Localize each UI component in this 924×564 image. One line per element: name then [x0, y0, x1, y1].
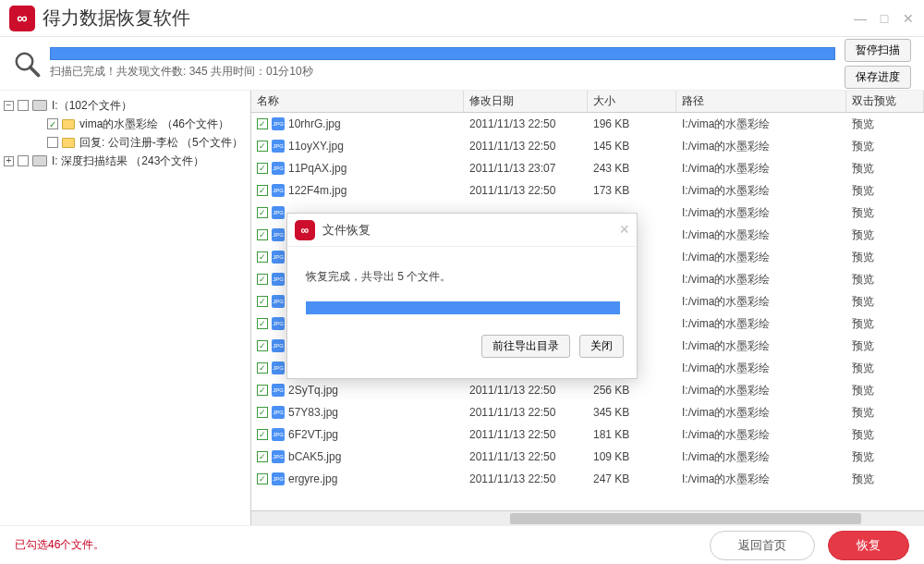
- folder-icon: [62, 138, 75, 148]
- preview-link[interactable]: 预览: [846, 338, 924, 354]
- row-checkbox[interactable]: ✓: [257, 141, 268, 152]
- preview-link[interactable]: 预览: [846, 227, 924, 243]
- preview-link[interactable]: 预览: [846, 139, 924, 154]
- row-checkbox[interactable]: ✓: [257, 296, 268, 307]
- preview-link[interactable]: 预览: [846, 449, 924, 465]
- col-size[interactable]: 大小: [588, 91, 676, 112]
- tree-node[interactable]: +I: 深度扫描结果 （243个文件）: [4, 152, 247, 170]
- close-icon[interactable]: ✕: [902, 11, 915, 26]
- recover-button[interactable]: 恢复: [828, 531, 909, 560]
- jpg-file-icon: JPG: [272, 273, 285, 286]
- file-size: 109 KB: [588, 450, 676, 463]
- table-row[interactable]: ✓JPGergyre.jpg2011/11/13 22:50247 KBI:/v…: [251, 468, 924, 490]
- scrollbar-thumb[interactable]: [510, 513, 861, 524]
- row-checkbox[interactable]: ✓: [257, 274, 268, 285]
- preview-link[interactable]: 预览: [846, 294, 924, 310]
- row-checkbox[interactable]: ✓: [257, 118, 268, 129]
- table-row[interactable]: ✓JPG11PqAX.jpg2011/11/13 23:07243 KBI:/v…: [251, 157, 924, 179]
- row-checkbox[interactable]: ✓: [257, 451, 268, 462]
- col-name[interactable]: 名称: [251, 91, 464, 112]
- file-date: 2011/11/13 22:50: [464, 406, 588, 419]
- table-row[interactable]: ✓JPGbCAK5.jpg2011/11/13 22:50109 KBI:/vi…: [251, 446, 924, 468]
- file-path: I:/vima的水墨彩绘: [676, 227, 846, 243]
- col-date[interactable]: 修改日期: [464, 91, 588, 112]
- file-size: 256 KB: [588, 384, 676, 397]
- dialog-progress-bar: [306, 301, 620, 314]
- tree-node[interactable]: ✓vima的水墨彩绘 （46个文件）: [4, 115, 247, 133]
- preview-link[interactable]: 预览: [846, 405, 924, 421]
- row-checkbox[interactable]: ✓: [257, 429, 268, 440]
- row-checkbox[interactable]: ✓: [257, 362, 268, 374]
- tree-checkbox[interactable]: [18, 100, 29, 111]
- row-checkbox[interactable]: ✓: [257, 473, 268, 484]
- file-path: I:/vima的水墨彩绘: [676, 272, 846, 288]
- preview-link[interactable]: 预览: [846, 316, 924, 332]
- preview-link[interactable]: 预览: [846, 272, 924, 288]
- folder-tree[interactable]: −I:（102个文件）✓vima的水墨彩绘 （46个文件）回复: 公司注册-李松…: [0, 91, 251, 525]
- col-path[interactable]: 路径: [676, 91, 846, 112]
- row-checkbox[interactable]: ✓: [257, 163, 268, 174]
- table-row[interactable]: ✓JPG122F4m.jpg2011/11/13 22:50173 KBI:/v…: [251, 179, 924, 202]
- tree-node[interactable]: 回复: 公司注册-李松 （5个文件）: [4, 133, 247, 152]
- tree-node[interactable]: −I:（102个文件）: [4, 96, 247, 115]
- preview-link[interactable]: 预览: [846, 472, 924, 487]
- file-date: 2011/11/13 23:07: [464, 162, 588, 175]
- back-home-button[interactable]: 返回首页: [710, 531, 815, 560]
- file-size: 173 KB: [588, 184, 676, 197]
- table-row[interactable]: ✓JPG11oyXY.jpg2011/11/13 22:50145 KBI:/v…: [251, 135, 924, 157]
- maximize-icon[interactable]: □: [878, 11, 891, 26]
- tree-label: 回复: 公司注册-李松 （5个文件）: [79, 135, 243, 151]
- row-checkbox[interactable]: ✓: [257, 229, 268, 240]
- preview-link[interactable]: 预览: [846, 183, 924, 199]
- dialog-close-button[interactable]: 关闭: [579, 335, 624, 358]
- footer: 已勾选46个文件。 返回首页 恢复: [0, 525, 924, 564]
- pause-scan-button[interactable]: 暂停扫描: [845, 39, 911, 62]
- file-name: 10rhrG.jpg: [288, 117, 341, 130]
- row-checkbox[interactable]: ✓: [257, 251, 268, 263]
- row-checkbox[interactable]: ✓: [257, 318, 268, 329]
- jpg-file-icon: JPG: [272, 206, 285, 219]
- preview-link[interactable]: 预览: [846, 361, 924, 376]
- tree-checkbox[interactable]: [47, 137, 58, 148]
- file-date: 2011/11/13 22:50: [464, 428, 588, 441]
- preview-link[interactable]: 预览: [846, 116, 924, 132]
- horizontal-scrollbar[interactable]: [251, 510, 924, 525]
- row-checkbox[interactable]: ✓: [257, 340, 268, 351]
- file-path: I:/vima的水墨彩绘: [676, 183, 846, 199]
- file-path: I:/vima的水墨彩绘: [676, 139, 846, 154]
- file-path: I:/vima的水墨彩绘: [676, 383, 846, 398]
- row-checkbox[interactable]: ✓: [257, 207, 268, 218]
- jpg-file-icon: JPG: [272, 406, 285, 419]
- table-row[interactable]: ✓JPG2SyTq.jpg2011/11/13 22:50256 KBI:/vi…: [251, 379, 924, 401]
- file-date: 2011/11/13 22:50: [464, 117, 588, 130]
- dialog-close-icon[interactable]: ×: [619, 220, 629, 239]
- table-row[interactable]: ✓JPG6F2VT.jpg2011/11/13 22:50181 KBI:/vi…: [251, 423, 924, 446]
- minimize-icon[interactable]: —: [854, 11, 867, 26]
- save-progress-button[interactable]: 保存进度: [845, 66, 911, 89]
- col-preview[interactable]: 双击预览: [846, 91, 924, 112]
- tree-checkbox[interactable]: [18, 155, 29, 166]
- expand-icon[interactable]: +: [4, 156, 14, 166]
- preview-link[interactable]: 预览: [846, 161, 924, 177]
- magnify-icon: [13, 50, 41, 78]
- preview-link[interactable]: 预览: [846, 427, 924, 443]
- file-path: I:/vima的水墨彩绘: [676, 161, 846, 177]
- preview-link[interactable]: 预览: [846, 383, 924, 398]
- row-checkbox[interactable]: ✓: [257, 385, 268, 396]
- row-checkbox[interactable]: ✓: [257, 185, 268, 196]
- preview-link[interactable]: 预览: [846, 205, 924, 221]
- jpg-file-icon: JPG: [272, 384, 285, 397]
- file-path: I:/vima的水墨彩绘: [676, 338, 846, 354]
- collapse-icon[interactable]: −: [4, 101, 14, 111]
- jpg-file-icon: JPG: [272, 162, 285, 175]
- window-controls: — □ ✕: [854, 11, 915, 26]
- tree-checkbox[interactable]: ✓: [47, 118, 58, 129]
- row-checkbox[interactable]: ✓: [257, 407, 268, 418]
- table-row[interactable]: ✓JPG57Y83.jpg2011/11/13 22:50345 KBI:/vi…: [251, 401, 924, 423]
- file-name: ergyre.jpg: [288, 472, 337, 485]
- jpg-file-icon: JPG: [272, 317, 285, 330]
- file-path: I:/vima的水墨彩绘: [676, 205, 846, 221]
- goto-export-dir-button[interactable]: 前往导出目录: [481, 335, 570, 358]
- preview-link[interactable]: 预览: [846, 250, 924, 265]
- table-row[interactable]: ✓JPG10rhrG.jpg2011/11/13 22:50196 KBI:/v…: [251, 113, 924, 135]
